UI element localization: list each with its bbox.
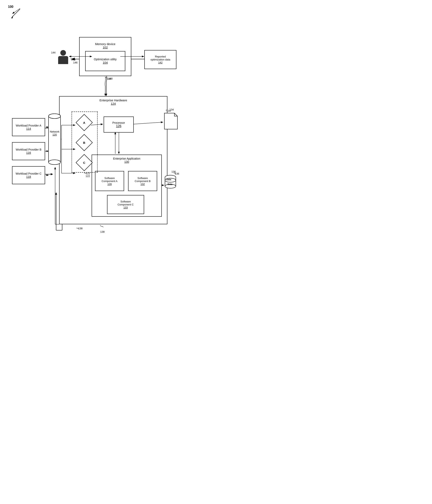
svg-line-46 xyxy=(12,9,20,14)
svg-marker-5 xyxy=(105,94,107,96)
enterprise-hardware-box: Enterprise Hardware 124 Processor 126 En… xyxy=(59,96,167,224)
svg-marker-1 xyxy=(11,17,13,18)
figure-number: 100 xyxy=(8,5,13,9)
diamond-b-wrapper: B xyxy=(77,135,91,150)
optimization-utility-box: Optimization utility 104 xyxy=(85,51,125,71)
reported-optimization-box: Reported optimization data 142 xyxy=(144,50,176,69)
workload-provider-b-box: Workload Provider B 116 xyxy=(12,142,45,160)
data-number-label: 136 xyxy=(171,170,176,173)
diamond-c-wrapper: C xyxy=(77,156,91,170)
diamond-a-wrapper: A xyxy=(77,116,91,130)
person-head xyxy=(60,50,66,56)
workload-provider-c-box: Workload Provider C 118 xyxy=(12,166,45,184)
memory-device-box: Memory device 102 Optimization utility 1… xyxy=(79,37,131,76)
workload-provider-a-label: Workload Provider A 114 xyxy=(16,124,41,130)
svg-text:146: 146 xyxy=(71,58,75,61)
database-icon: Data 136 xyxy=(164,174,176,190)
diagram-container: 100 Memory device 102 Optimization utili… xyxy=(0,0,216,252)
diamond-c-label: C xyxy=(83,161,85,164)
enterprise-application-box: Enterprise Application 130 Software Comp… xyxy=(92,155,162,217)
network-cylinder: Network 120 xyxy=(48,112,61,166)
svg-rect-32 xyxy=(48,116,61,162)
arrow-138-label: 138 xyxy=(100,230,105,233)
person-icon xyxy=(58,50,68,64)
routing-label: 122 xyxy=(86,175,90,178)
person-label: 144 xyxy=(51,51,56,54)
diamond-a-label: A xyxy=(83,121,85,124)
arrow-140-label: 140 xyxy=(108,77,113,80)
svg-point-36 xyxy=(48,114,61,118)
memory-device-label: Memory device 102 xyxy=(95,42,115,49)
software-component-a-box: Software Component A 128 xyxy=(95,171,124,191)
svg-marker-11 xyxy=(51,173,53,175)
software-component-b-box: Software Component B 132 xyxy=(128,171,157,191)
software-component-c-box: Software Component C 133 xyxy=(107,195,144,214)
arrow-146-label: 146 xyxy=(73,61,78,64)
svg-point-42 xyxy=(165,184,176,188)
diamond-c: C xyxy=(76,154,93,171)
document-label: 134 xyxy=(169,108,174,111)
svg-line-0 xyxy=(12,9,20,17)
svg-marker-29 xyxy=(55,192,57,195)
processor-box: Processor 126 xyxy=(104,117,134,133)
person-body xyxy=(58,56,68,64)
document-icon: 134 xyxy=(163,112,178,131)
data-label: Data xyxy=(166,178,171,181)
workload-provider-c-label: Workload Provider C 118 xyxy=(16,172,41,178)
diamond-b-label: B xyxy=(83,141,85,144)
svg-text:138: 138 xyxy=(78,227,83,230)
workload-provider-a-box: Workload Provider A 114 xyxy=(12,118,45,136)
svg-point-34 xyxy=(48,160,61,165)
diamond-a: A xyxy=(76,114,93,131)
workload-provider-b-label: Workload Provider B 116 xyxy=(16,148,41,154)
reported-optimization-label: Reported optimization data 142 xyxy=(150,54,171,65)
enterprise-application-label: Enterprise Application 130 xyxy=(113,157,140,163)
network-label: Network 120 xyxy=(48,130,61,136)
optimization-utility-label: Optimization utility 104 xyxy=(94,58,117,64)
diamond-b: B xyxy=(76,134,93,151)
svg-marker-37 xyxy=(164,113,178,129)
enterprise-hardware-label: Enterprise Hardware 124 xyxy=(99,99,127,105)
